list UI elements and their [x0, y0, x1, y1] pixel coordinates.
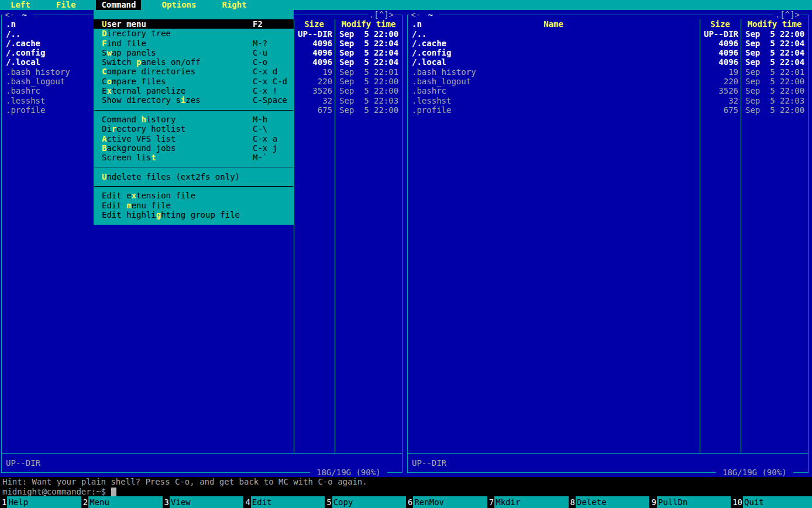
- fkey-8-delete[interactable]: 8Delete: [569, 496, 650, 508]
- hotkey-letter: x: [106, 86, 111, 95]
- panel-border-right: [402, 15, 402, 472]
- panel-corner-buttons[interactable]: .[^]>: [367, 10, 395, 19]
- fkey-9-pulldn[interactable]: 9PullDn: [649, 496, 731, 508]
- menubar-item-options[interactable]: Options: [156, 0, 201, 10]
- menu-item-edit-highlighting-group-file[interactable]: Edit highlighting group file: [94, 210, 294, 219]
- file-row[interactable]: .profile675Sep 5 22:00: [407, 105, 808, 115]
- menubar-item-file[interactable]: File: [51, 0, 81, 10]
- menu-item-user-menu[interactable]: User menuF2: [94, 19, 294, 29]
- panel-border-top: [407, 15, 808, 15]
- column-header-size[interactable]: Size: [294, 19, 334, 29]
- panel-corner-buttons[interactable]: .[^]>: [773, 10, 801, 19]
- fkey-label: Copy: [332, 496, 406, 508]
- column-header-mtime[interactable]: Modify time: [335, 19, 402, 29]
- menu-item-find-file[interactable]: Find fileM-?: [94, 39, 294, 48]
- menu-item-compare-directories[interactable]: Compare directoriesC-x d: [94, 67, 294, 76]
- fkey-10-quit[interactable]: 10Quit: [731, 496, 812, 508]
- menu-item-background-jobs[interactable]: Background jobsC-x j: [94, 143, 294, 153]
- fkey-5-copy[interactable]: 5Copy: [325, 496, 406, 508]
- file-mtime: Sep 5 22:00: [339, 77, 398, 86]
- file-mtime: Sep 5 22:03: [745, 96, 804, 105]
- fkey-label: Menu: [88, 496, 162, 508]
- disk-usage: 18G/19G (90%): [716, 468, 793, 477]
- hotkey-letter: h: [141, 115, 146, 124]
- file-size: 4096: [294, 57, 332, 67]
- file-size: 220: [700, 77, 738, 86]
- column-header-name[interactable]: Name: [408, 19, 699, 29]
- menu-item-directory-tree[interactable]: Directory tree: [94, 29, 294, 38]
- menu-shortcut: M-`: [253, 153, 267, 162]
- file-mtime: Sep 5 22:00: [745, 77, 804, 86]
- fkey-6-renmov[interactable]: 6RenMov: [406, 496, 487, 508]
- menu-item-edit-menu-file[interactable]: Edit menu file: [94, 201, 294, 210]
- file-mtime: Sep 5 22:01: [745, 67, 804, 77]
- file-row[interactable]: /.local4096Sep 5 22:04: [407, 57, 808, 67]
- fkey-label: PullDn: [657, 496, 731, 508]
- menu-item-command-history[interactable]: Command historyM-h: [94, 115, 294, 124]
- column-header-mtime[interactable]: Modify time: [741, 19, 808, 29]
- file-size: 3526: [700, 86, 738, 95]
- menu-item-label: Show directory sizes: [102, 95, 201, 105]
- fkey-4-edit[interactable]: 4Edit: [243, 496, 325, 508]
- file-size: 19: [294, 67, 332, 77]
- disk-usage: 18G/19G (90%): [310, 468, 387, 477]
- hotkey-letter: p: [136, 57, 141, 67]
- fkey-label: View: [170, 496, 243, 508]
- panel-border-right: [808, 15, 808, 472]
- file-row[interactable]: .bash_logout220Sep 5 22:00: [407, 77, 808, 86]
- file-name: /.cache: [412, 39, 446, 48]
- fkey-number: 8: [569, 496, 576, 508]
- menubar-item-left[interactable]: Left: [5, 0, 36, 10]
- menu-item-compare-files[interactable]: Compare filesC-x C-d: [94, 77, 294, 86]
- panel-path[interactable]: ~: [421, 10, 439, 19]
- file-row[interactable]: .bash_history19Sep 5 22:01: [407, 67, 808, 77]
- fkey-3-view[interactable]: 3View: [163, 496, 244, 508]
- fkey-label: Help: [7, 496, 81, 508]
- text-cursor: [111, 488, 116, 496]
- menubar-item-command[interactable]: Command: [96, 0, 141, 10]
- file-row[interactable]: /..UP--DIRSep 5 22:00: [407, 29, 808, 39]
- menu-item-show-directory-sizes[interactable]: Show directory sizesC-Space: [94, 95, 294, 105]
- hotkey-letter: o: [106, 77, 111, 86]
- command-line[interactable]: midnight@commander:~$: [0, 487, 812, 497]
- hotkey-letter: C: [102, 67, 106, 76]
- file-row[interactable]: .lesshst32Sep 5 22:03: [407, 96, 808, 105]
- file-name: .bash_logout: [6, 77, 65, 86]
- menubar-item-right[interactable]: Right: [216, 0, 252, 10]
- menu-shortcut: C-x j: [253, 143, 277, 153]
- fkey-7-mkdir[interactable]: 7Mkdir: [487, 496, 569, 508]
- file-row[interactable]: /.config4096Sep 5 22:04: [407, 48, 808, 57]
- history-back-button[interactable]: <-: [409, 10, 422, 19]
- menu-item-swap-panels[interactable]: Swap panelsC-u: [94, 48, 294, 57]
- menu-item-directory-hotlist[interactable]: Directory hotlistC-\: [94, 124, 294, 133]
- history-back-button[interactable]: <-: [3, 10, 16, 19]
- menu-item-edit-extension-file[interactable]: Edit extension file: [94, 191, 294, 200]
- right-panel: <- ~ .[^]>.nNameSizeModify time/..UP--DI…: [407, 10, 808, 477]
- shell-prompt: midnight@commander:~$: [2, 487, 106, 496]
- column-separator: [741, 19, 741, 454]
- file-row[interactable]: /.cache4096Sep 5 22:04: [407, 39, 808, 48]
- menu-item-screen-list[interactable]: Screen listM-`: [94, 153, 294, 162]
- hotkey-letter: A: [102, 134, 106, 143]
- file-name: .bash_history: [6, 67, 70, 77]
- file-row[interactable]: .bashrc3526Sep 5 22:00: [407, 86, 808, 95]
- menu-item-active-vfs-list[interactable]: Active VFS listC-x a: [94, 134, 294, 143]
- fkey-2-menu[interactable]: 2Menu: [81, 496, 163, 508]
- file-size: 4096: [700, 57, 738, 67]
- hotkey-letter: U: [102, 172, 106, 181]
- menu-item-switch-panels-on-off[interactable]: Switch panels on/offC-o: [94, 57, 294, 67]
- mini-status-separator: [2, 453, 402, 454]
- file-name: /.cache: [6, 39, 40, 48]
- file-name: /.local: [412, 57, 446, 67]
- file-name: .profile: [412, 105, 451, 115]
- file-name: /.config: [6, 48, 45, 57]
- hotkey-letter: B: [102, 143, 106, 153]
- menu-item-external-panelize[interactable]: External panelizeC-x !: [94, 86, 294, 95]
- file-name: .bashrc: [6, 86, 40, 95]
- column-header-size[interactable]: Size: [700, 19, 740, 29]
- file-size: 220: [294, 77, 332, 86]
- fkey-1-help[interactable]: 1Help: [0, 496, 81, 508]
- panel-path[interactable]: ~: [15, 10, 33, 19]
- hint-line: Hint: Want your plain shell? Press C-o, …: [0, 477, 812, 486]
- menu-item-undelete-files-ext2fs-only[interactable]: Undelete files (ext2fs only): [94, 172, 294, 181]
